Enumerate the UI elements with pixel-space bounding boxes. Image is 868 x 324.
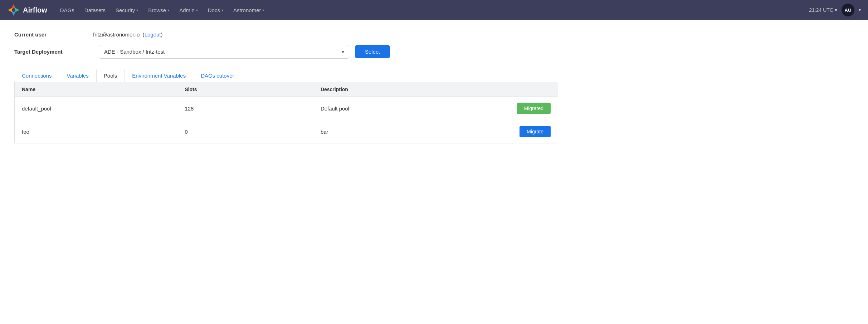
brand-logo[interactable]: Airflow [7, 4, 47, 16]
navbar-time[interactable]: 21:24 UTC ▾ [809, 7, 837, 13]
table-body: default_pool 128 Default pool Migrated f… [15, 97, 558, 143]
time-chevron-icon: ▾ [835, 7, 837, 13]
pool-name-default: default_pool [15, 97, 177, 120]
browse-chevron-icon: ▾ [167, 8, 169, 12]
target-deployment-row: Target Deployment ADE - Sandbox / fritz-… [14, 45, 558, 59]
nav-item-datasets[interactable]: Datasets [80, 4, 110, 16]
deployment-select-wrapper: ADE - Sandbox / fritz-test ▾ [99, 45, 349, 59]
pool-action-foo: Migrate [503, 120, 558, 143]
current-user-value: fritz@astronomer.io (Logout) [93, 31, 163, 38]
pool-description-foo: bar [313, 120, 503, 143]
table-row: foo 0 bar Migrate [15, 120, 558, 143]
nav-item-dags[interactable]: DAGs [56, 4, 79, 16]
pool-name-foo: foo [15, 120, 177, 143]
tab-variables[interactable]: Variables [59, 69, 96, 82]
tab-environment-variables[interactable]: Environment Variables [125, 69, 193, 82]
tab-connections[interactable]: Connections [14, 69, 59, 82]
nav-item-browse[interactable]: Browse ▾ [144, 4, 174, 16]
table-header: Name Slots Description [15, 82, 558, 97]
current-user-label: Current user [14, 31, 93, 38]
col-header-slots: Slots [177, 82, 313, 97]
security-chevron-icon: ▾ [136, 8, 138, 12]
navbar: Airflow DAGs Datasets Security ▾ Browse … [0, 0, 868, 20]
table-container: Name Slots Description default_pool 128 … [14, 82, 558, 143]
airflow-logo-icon [7, 4, 20, 16]
current-user-row: Current user fritz@astronomer.io (Logout… [14, 31, 558, 38]
navbar-right: 21:24 UTC ▾ AU ▾ [809, 4, 861, 16]
tab-dags-cutover[interactable]: DAGs cutover [193, 69, 242, 82]
nav-item-astronomer[interactable]: Astronomer ▾ [229, 4, 269, 16]
avatar-dropdown-icon[interactable]: ▾ [859, 8, 861, 13]
migrate-button[interactable]: Migrate [520, 126, 551, 137]
pool-description-default: Default pool [313, 97, 503, 120]
tab-pools[interactable]: Pools [96, 69, 125, 82]
pool-slots-default: 128 [177, 97, 313, 120]
pools-table: Name Slots Description default_pool 128 … [15, 82, 558, 143]
table-row: default_pool 128 Default pool Migrated [15, 97, 558, 120]
target-deployment-label: Target Deployment [14, 49, 93, 55]
select-button[interactable]: Select [355, 45, 390, 58]
col-header-description: Description [313, 82, 503, 97]
main-content: Current user fritz@astronomer.io (Logout… [0, 20, 572, 155]
nav-item-admin[interactable]: Admin ▾ [175, 4, 202, 16]
migrated-button[interactable]: Migrated [517, 103, 551, 114]
pool-slots-foo: 0 [177, 120, 313, 143]
avatar[interactable]: AU [842, 4, 854, 16]
brand-name: Airflow [23, 6, 47, 14]
col-header-action [503, 82, 558, 97]
deployment-select[interactable]: ADE - Sandbox / fritz-test [99, 45, 349, 59]
pool-action-default: Migrated [503, 97, 558, 120]
nav-links: DAGs Datasets Security ▾ Browse ▾ Admin … [56, 4, 809, 16]
svg-marker-3 [8, 8, 13, 13]
logout-link[interactable]: Logout [145, 31, 161, 38]
docs-chevron-icon: ▾ [221, 8, 223, 12]
tabs: Connections Variables Pools Environment … [14, 69, 558, 82]
nav-item-docs[interactable]: Docs ▾ [204, 4, 228, 16]
astronomer-chevron-icon: ▾ [262, 8, 264, 12]
admin-chevron-icon: ▾ [196, 8, 198, 12]
col-header-name: Name [15, 82, 177, 97]
nav-item-security[interactable]: Security ▾ [111, 4, 142, 16]
